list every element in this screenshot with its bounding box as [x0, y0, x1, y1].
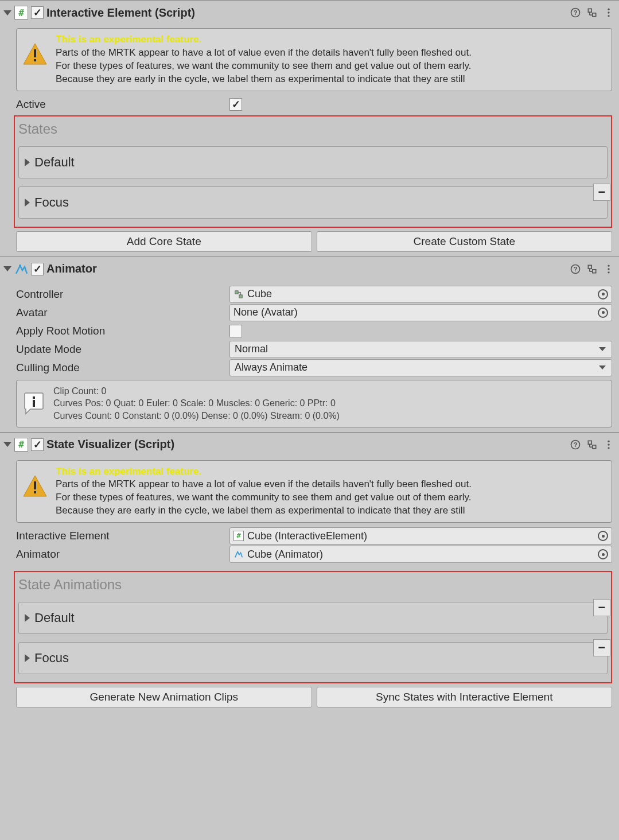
animator-mini-icon — [233, 549, 244, 559]
svg-rect-15 — [588, 265, 591, 269]
controller-field[interactable]: Cube — [229, 286, 612, 303]
state-name: Focus — [34, 195, 69, 210]
avatar-label: Avatar — [16, 306, 229, 319]
warning-icon — [22, 473, 48, 499]
svg-point-6 — [608, 9, 609, 10]
foldout-icon[interactable] — [25, 199, 30, 207]
svg-point-34 — [608, 440, 609, 442]
warning-text: This is an experimental feature. Parts o… — [56, 465, 472, 518]
svg-point-35 — [608, 444, 609, 445]
foldout-icon[interactable] — [3, 442, 11, 447]
culling-mode-dropdown[interactable]: Always Animate — [229, 359, 612, 376]
culling-mode-label: Culling Mode — [16, 361, 229, 374]
component-title: State Visualizer (Script) — [46, 438, 566, 451]
animator-info: Clip Count: 0 Curves Pos: 0 Quat: 0 Eule… — [16, 380, 612, 427]
state-anim-name: Default — [34, 610, 75, 625]
object-picker-icon[interactable] — [598, 549, 608, 559]
apply-root-motion-property: Apply Root Motion — [16, 322, 612, 340]
svg-rect-10 — [34, 49, 36, 57]
apply-root-motion-label: Apply Root Motion — [16, 325, 229, 337]
update-mode-dropdown[interactable]: Normal — [229, 341, 612, 358]
state-default[interactable]: Default — [18, 146, 608, 178]
remove-state-anim-button[interactable]: − — [593, 599, 610, 616]
help-icon[interactable]: ? — [569, 438, 582, 452]
foldout-icon[interactable] — [25, 654, 30, 662]
svg-rect-2 — [588, 9, 591, 12]
experimental-warning: This is an experimental feature. Parts o… — [16, 28, 612, 91]
svg-point-19 — [608, 265, 609, 266]
svg-point-12 — [19, 265, 21, 267]
avatar-property: Avatar None (Avatar) — [16, 304, 612, 321]
svg-rect-30 — [588, 441, 591, 444]
svg-rect-26 — [33, 396, 35, 399]
state-animations-group: State Animations Default − Focus − — [14, 571, 612, 683]
enable-checkbox[interactable] — [31, 6, 44, 19]
svg-point-21 — [608, 271, 609, 273]
animator-label: Animator — [16, 548, 229, 561]
svg-rect-39 — [34, 491, 36, 493]
preset-icon[interactable] — [585, 262, 599, 276]
warning-text: This is an experimental feature. Parts o… — [56, 33, 472, 86]
preset-icon[interactable] — [585, 438, 599, 452]
svg-point-20 — [608, 268, 609, 270]
animator-property: Animator Cube (Animator) — [16, 546, 612, 563]
foldout-icon[interactable] — [25, 614, 30, 622]
add-core-state-button[interactable]: Add Core State — [16, 231, 312, 252]
object-picker-icon[interactable] — [598, 531, 608, 541]
foldout-icon[interactable] — [25, 158, 30, 166]
interactive-element-component: # Interactive Element (Script) ? This is… — [0, 0, 619, 256]
interactive-element-field[interactable]: # Cube (InteractiveElement) — [229, 527, 612, 545]
active-property: Active — [16, 96, 612, 113]
info-text: Clip Count: 0 Curves Pos: 0 Quat: 0 Eule… — [53, 385, 340, 422]
svg-rect-16 — [593, 270, 596, 273]
state-name: Default — [34, 155, 75, 170]
culling-mode-property: Culling Mode Always Animate — [16, 359, 612, 376]
update-mode-label: Update Mode — [16, 343, 229, 356]
svg-text:?: ? — [573, 441, 577, 448]
help-icon[interactable]: ? — [569, 262, 582, 276]
preset-icon[interactable] — [585, 6, 599, 20]
apply-root-motion-checkbox[interactable] — [229, 325, 242, 337]
svg-point-7 — [608, 11, 609, 13]
foldout-icon[interactable] — [3, 10, 11, 15]
help-icon[interactable]: ? — [569, 6, 582, 20]
states-group: States Default Focus − — [14, 115, 612, 228]
sync-states-button[interactable]: Sync States with Interactive Element — [317, 687, 613, 707]
svg-rect-38 — [34, 481, 36, 489]
active-label: Active — [16, 98, 229, 111]
menu-icon[interactable] — [602, 438, 616, 452]
component-title: Interactive Element (Script) — [46, 6, 566, 20]
svg-rect-11 — [34, 59, 36, 61]
enable-checkbox[interactable] — [31, 263, 44, 275]
component-body: This is an experimental feature. Parts o… — [0, 457, 619, 713]
script-icon: # — [14, 6, 28, 20]
update-mode-property: Update Mode Normal — [16, 341, 612, 358]
enable-checkbox[interactable] — [31, 438, 44, 451]
state-focus[interactable]: Focus − — [18, 186, 608, 219]
generate-clips-button[interactable]: Generate New Animation Clips — [16, 687, 312, 707]
svg-rect-27 — [33, 400, 35, 407]
foldout-icon[interactable] — [3, 266, 11, 271]
animator-icon — [14, 262, 28, 276]
svg-point-36 — [608, 447, 609, 449]
remove-state-button[interactable]: − — [593, 184, 610, 201]
avatar-field[interactable]: None (Avatar) — [229, 304, 612, 321]
animator-field[interactable]: Cube (Animator) — [229, 546, 612, 563]
controller-property: Controller Cube — [16, 286, 612, 303]
menu-icon[interactable] — [602, 6, 616, 20]
component-header: Animator ? — [0, 257, 619, 281]
menu-icon[interactable] — [602, 262, 616, 276]
object-picker-icon[interactable] — [598, 308, 608, 318]
state-anim-focus[interactable]: Focus − — [18, 642, 608, 674]
svg-rect-31 — [593, 445, 596, 448]
state-visualizer-component: # State Visualizer (Script) ? This is an… — [0, 432, 619, 713]
state-anim-default[interactable]: Default − — [18, 602, 608, 634]
state-anim-buttons-row: Generate New Animation Clips Sync States… — [16, 687, 612, 707]
remove-state-anim-button[interactable]: − — [593, 639, 610, 656]
create-custom-state-button[interactable]: Create Custom State — [317, 231, 613, 252]
script-mini-icon: # — [233, 531, 244, 541]
object-picker-icon[interactable] — [598, 289, 608, 300]
svg-rect-3 — [593, 13, 596, 17]
active-checkbox[interactable] — [229, 98, 242, 111]
state-anim-name: Focus — [34, 651, 69, 666]
